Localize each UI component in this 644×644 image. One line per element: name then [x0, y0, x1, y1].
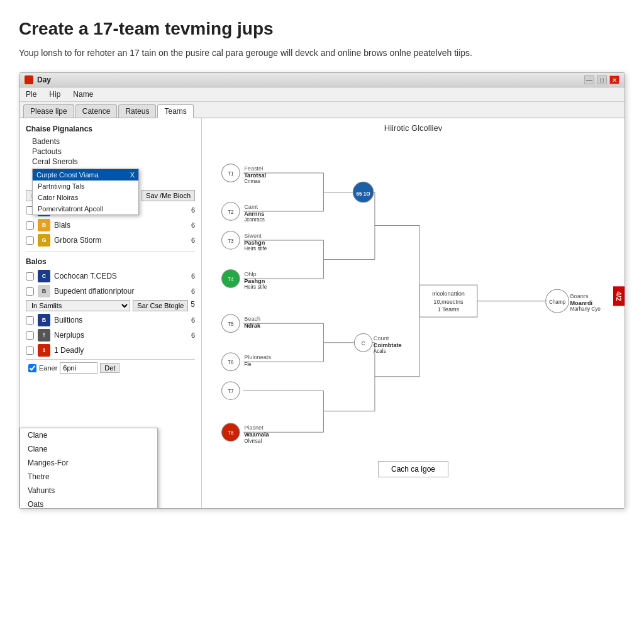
- bottom-label: Eaner: [39, 364, 57, 372]
- team-seed-blals: 6: [191, 221, 195, 229]
- team-logo-nerplups: †: [38, 329, 50, 341]
- svg-text:Jconracs: Jconracs: [244, 217, 265, 223]
- svg-text:T6: T6: [228, 360, 234, 365]
- svg-text:Heirs stife: Heirs stife: [244, 246, 267, 252]
- team-row-blals: B Blals 6: [26, 219, 195, 231]
- svg-text:Moanrdi: Moanrdi: [570, 300, 592, 306]
- dropdown-item-clane2[interactable]: Clane: [20, 442, 157, 456]
- filter-select-2[interactable]: In Samlits: [26, 300, 130, 311]
- svg-text:Beach: Beach: [244, 316, 260, 322]
- teams-section-2: C Cochocan T.CEDS 6 B Bupedent dflationr…: [26, 270, 195, 297]
- svg-text:Feastei: Feastei: [244, 165, 263, 172]
- svg-text:Siwent: Siwent: [244, 233, 262, 239]
- team-checkbox-blals[interactable]: [26, 221, 34, 230]
- teams-section-3: B Builtions 6 † Nerplups 6 1 1 Deadly: [26, 314, 195, 357]
- team-checkbox-bupedent[interactable]: [26, 287, 34, 296]
- team-checkbox-1deadly[interactable]: [26, 347, 34, 355]
- svg-text:Piasnet: Piasnet: [244, 425, 264, 431]
- dropdown-item-thetre[interactable]: Thetre: [20, 470, 157, 484]
- svg-text:Iricolonattion: Iricolonattion: [432, 291, 465, 297]
- team-row-builtions: B Builtions 6: [26, 314, 195, 326]
- team-logo-blals: B: [38, 219, 50, 231]
- tab-teams[interactable]: Teams: [157, 104, 193, 118]
- bottom-input[interactable]: [60, 362, 97, 374]
- team-name-cochocan: Cochocan T.CEDS: [54, 272, 117, 280]
- context-menu-item-0[interactable]: Partntiving Tals: [33, 180, 138, 192]
- svg-text:Camt: Camt: [244, 204, 258, 210]
- menu-name[interactable]: Name: [70, 89, 96, 100]
- team-checkbox-nerplups[interactable]: [26, 331, 34, 340]
- tab-please-lipe[interactable]: Please lipe: [23, 104, 74, 118]
- context-menu-header: Curpte Cnost Viama X: [33, 169, 138, 180]
- dropdown-item-manges[interactable]: Manges-For: [20, 456, 157, 470]
- side-tab[interactable]: 4/2: [613, 286, 625, 306]
- svg-text:Ohlp: Ohlp: [244, 271, 256, 277]
- context-menu-item-2[interactable]: Pomervitatront Apcoll: [33, 203, 138, 214]
- generate-button[interactable]: Cach ca lgoe: [378, 461, 448, 477]
- team-seed-erndres: 6: [191, 206, 195, 214]
- team-name-grbora: Grbora Stiorm: [54, 236, 101, 245]
- svg-text:T5: T5: [228, 321, 234, 327]
- context-menu-title: Curpte Cnost Viama: [36, 171, 99, 179]
- bottom-checkbox[interactable]: [28, 364, 36, 372]
- bottom-det-btn[interactable]: Det: [100, 363, 119, 373]
- svg-text:C: C: [362, 341, 365, 347]
- team-row-nerplups: † Nerplups 6: [26, 329, 195, 341]
- team-logo-grbora: G: [38, 234, 50, 247]
- svg-text:Marhany Cyo: Marhany Cyo: [570, 306, 601, 312]
- svg-text:Pashgn: Pashgn: [244, 278, 265, 284]
- team-seed-cochocan: 6: [191, 272, 195, 280]
- svg-text:Pluloneats: Pluloneats: [244, 354, 271, 360]
- svg-text:Acals: Acals: [374, 348, 386, 354]
- team-seed-nerplups: 6: [191, 331, 195, 339]
- dropdown-item-oats[interactable]: Oats: [20, 497, 157, 508]
- svg-text:Champ: Champ: [549, 299, 566, 305]
- window-controls: — □ ✕: [584, 75, 619, 84]
- items-list: Badents Pactouts Ceral Snerols: [26, 137, 195, 166]
- team-checkbox-builtions[interactable]: [26, 316, 34, 325]
- team-name-builtions: Builtions: [54, 316, 82, 325]
- bracket-container: Iricolonattion 10,meectns 1 Teams T1 Fea…: [202, 138, 625, 490]
- svg-text:Cnmas: Cnmas: [244, 179, 260, 184]
- svg-text:Fle: Fle: [244, 362, 252, 367]
- menu-hip[interactable]: Hip: [47, 89, 63, 100]
- tab-catence[interactable]: Catence: [75, 104, 118, 118]
- filter-btn-2[interactable]: Sar Cse Btogle: [133, 300, 188, 311]
- window-body: Chaise Pignalancs Badents Pactouts Ceral…: [19, 118, 625, 508]
- menu-ple[interactable]: Ple: [23, 89, 39, 100]
- tab-bar: Please lipe Catence Rateus Teams: [19, 102, 625, 118]
- dropdown-item-clane1[interactable]: Clane: [20, 428, 157, 442]
- list-item: Pactouts: [32, 147, 195, 156]
- list-item: Ceral Snerols: [32, 157, 195, 166]
- minimize-button[interactable]: —: [584, 75, 594, 84]
- team-name-bupedent: Bupedent dflationriptour: [54, 287, 134, 296]
- team-row-grbora: G Grbora Stiorm 6: [26, 234, 195, 247]
- dropdown-item-vahunts[interactable]: Vahunts: [20, 484, 157, 497]
- team-logo-1deadly: 1: [38, 344, 50, 357]
- team-name-1deadly: 1 Deadly: [54, 346, 84, 355]
- tab-rateus[interactable]: Rateus: [118, 104, 156, 118]
- svg-text:Tarotsal: Tarotsal: [244, 172, 266, 179]
- context-menu-item-1[interactable]: Cator Nloiras: [33, 192, 138, 203]
- team-row-1deadly: 1 1 Deadly: [26, 344, 195, 357]
- svg-text:Count: Count: [374, 335, 389, 341]
- team-checkbox-cochocan[interactable]: [26, 272, 34, 280]
- team-seed-grbora: 6: [191, 236, 195, 244]
- filter-btn-1[interactable]: Sav /Me Bioch: [142, 190, 195, 201]
- left-panel: Chaise Pignalancs Badents Pactouts Ceral…: [19, 118, 202, 508]
- context-menu-popup: Curpte Cnost Viama X Partntiving Tals Ca…: [32, 169, 139, 215]
- svg-text:Waamala: Waamala: [244, 431, 269, 438]
- application-window: Day — □ ✕ Ple Hip Name Please lipe Caten…: [19, 72, 625, 509]
- bracket-svg: Iricolonattion 10,meectns 1 Teams T1 Fea…: [202, 138, 625, 490]
- app-icon: [25, 75, 33, 84]
- team-seed-bupedent: 6: [191, 287, 195, 295]
- close-button[interactable]: ✕: [609, 75, 619, 84]
- team-seed-builtions: 6: [191, 316, 195, 324]
- maximize-button[interactable]: □: [597, 75, 607, 84]
- svg-text:T3: T3: [228, 238, 234, 244]
- context-menu-close[interactable]: X: [130, 171, 135, 179]
- section-divider-1: [26, 252, 195, 252]
- team-checkbox-grbora[interactable]: [26, 236, 34, 245]
- svg-text:T7: T7: [228, 389, 234, 394]
- svg-text:T4: T4: [228, 277, 234, 282]
